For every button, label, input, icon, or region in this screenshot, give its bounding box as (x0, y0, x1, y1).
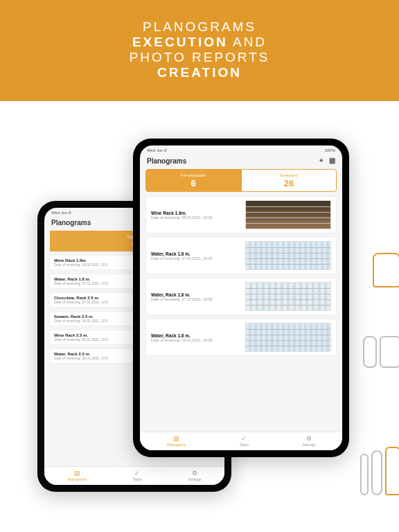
tab-executed[interactable]: Executed 26 (241, 169, 337, 192)
tab-label: Executed (280, 173, 297, 177)
page-title: Planograms (147, 157, 186, 165)
settings-icon: ⚙ (306, 436, 312, 442)
planogram-thumbnail (245, 282, 331, 311)
planograms-icon: ▤ (74, 470, 80, 477)
card-subtitle: Date of receiving: 28.01.2021, 10:30 (151, 215, 241, 220)
decorative-shelf-art (352, 239, 399, 532)
nav-label: Settings (188, 477, 202, 481)
tab-count: 26 (242, 178, 336, 188)
tasks-icon: ✓ (241, 436, 247, 442)
page-title: Planograms (51, 219, 91, 227)
bottom-nav: ▤ Planograms ✓ Tasks ⚙ Settings (140, 432, 342, 450)
tasks-icon: ✓ (134, 470, 140, 477)
tablet-front: Wed Jun 8 100% Planograms ⌖ ▦ For execut… (133, 139, 349, 457)
hero-line1: PLANOGRAMS (143, 19, 256, 34)
planogram-card[interactable]: Water, Rack 1.8 m.Date of receiving: 26.… (145, 319, 337, 356)
planogram-list[interactable]: Wine Rack 1.8m.Date of receiving: 28.01.… (140, 192, 342, 432)
planogram-thumbnail (245, 200, 331, 229)
card-title: Water, Rack 1.8 m. (151, 333, 241, 338)
card-subtitle: Date of receiving: 27.01.2021, 10:32 (151, 256, 241, 260)
hero-line2: EXECUTION (132, 35, 228, 49)
planogram-thumbnail (245, 323, 331, 352)
bottom-nav: ▤ Planograms ✓ Tasks ⚙ Settings (44, 466, 224, 485)
status-time: Wed Jun 8 (51, 211, 71, 215)
status-time: Wed Jun 8 (147, 148, 167, 152)
nav-label: Settings (303, 443, 316, 447)
nav-label: Tasks (133, 477, 142, 481)
tab-for-execution[interactable]: For execution 6 (145, 169, 241, 192)
stage: Wed Jun 8 100% Planograms For exe 6 Wine… (0, 121, 399, 532)
planogram-thumbnail (245, 241, 331, 270)
planogram-card[interactable]: Wine Rack 1.8m.Date of receiving: 28.01.… (145, 196, 337, 233)
card-subtitle: Date of receiving: 26.01.2021, 10:32 (151, 338, 241, 342)
nav-label: Planograms (67, 477, 87, 481)
settings-icon: ⚙ (192, 470, 197, 477)
statusbar: Wed Jun 8 100% (140, 145, 342, 154)
hero-line5: CREATION (157, 65, 242, 80)
card-title: Wine Rack 1.8m. (151, 211, 241, 215)
nav-label: Planograms (167, 443, 186, 447)
tab-label: For execution (181, 173, 206, 177)
planograms-icon: ▤ (173, 436, 179, 442)
nav-tasks[interactable]: ✓ Tasks (240, 436, 249, 447)
grid-view-icon[interactable]: ▦ (329, 157, 335, 165)
planogram-card[interactable]: Water, Rack 1.8 m.Date of receiving: 27.… (145, 278, 337, 315)
card-subtitle: Date of receiving: 27.01.2021, 10:30 (151, 297, 241, 301)
hero-line3: AND (228, 35, 267, 49)
nav-settings[interactable]: ⚙ Settings (188, 470, 202, 481)
card-title: Water, Rack 1.8 m. (151, 251, 241, 256)
status-right: 100% (325, 148, 335, 152)
scan-icon[interactable]: ⌖ (319, 157, 323, 165)
nav-planograms[interactable]: ▤ Planograms (67, 470, 87, 481)
page-title-row: Planograms ⌖ ▦ (140, 154, 342, 169)
planogram-card[interactable]: Water, Rack 1.8 m.Date of receiving: 27.… (145, 237, 337, 274)
hero-line4: PHOTO REPORTS (130, 50, 270, 64)
tab-count: 6 (146, 178, 240, 188)
card-title: Water, Rack 1.8 m. (151, 292, 241, 297)
nav-planograms[interactable]: ▤ Planograms (167, 436, 186, 447)
status-tabs: For execution 6 Executed 26 (140, 169, 342, 192)
nav-label: Tasks (240, 443, 249, 447)
hero-banner: PLANOGRAMS EXECUTION AND PHOTO REPORTS C… (0, 0, 399, 101)
nav-tasks[interactable]: ✓ Tasks (133, 470, 142, 481)
nav-settings[interactable]: ⚙ Settings (303, 436, 316, 447)
